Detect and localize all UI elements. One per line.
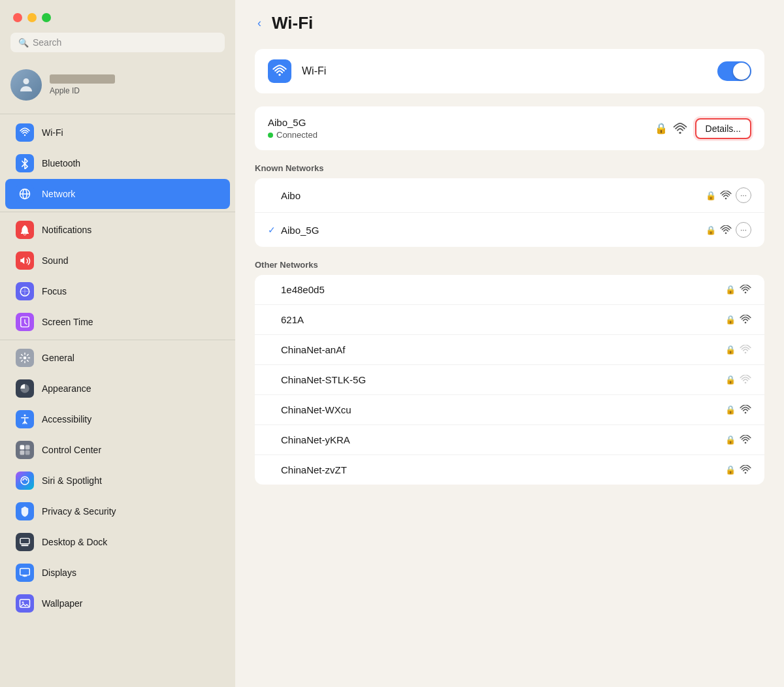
status-dot [268,133,273,138]
svg-rect-12 [20,538,29,543]
page-header: ‹ Wi-Fi [255,13,764,33]
network-row-name: Aibo [281,190,706,201]
sidebar-item-siri[interactable]: Siri & Spotlight [5,466,230,496]
svg-point-18 [679,131,681,133]
apple-id-info: Apple ID [50,74,115,95]
known-network-row[interactable]: ✓ Aibo_5G 🔒 ··· [255,213,764,247]
main-content: ‹ Wi-Fi Wi-Fi Aibo_5G Connected [235,0,784,687]
network-row-name: ChinaNet-STLK-5G [281,374,725,385]
sidebar-item-label-appearance: Appearance [42,383,91,394]
lock-icon: 🔒 [725,285,736,295]
sidebar-item-label-controlcenter: Control Center [42,445,101,455]
lock-icon: 🔒 [706,191,716,200]
sidebar-item-sound[interactable]: Sound [5,246,230,276]
sidebar-item-wifi[interactable]: Wi-Fi [5,118,230,148]
sidebar-item-label-privacy: Privacy & Security [42,506,116,517]
wifi-toggle[interactable] [717,61,751,81]
svg-rect-8 [25,445,30,450]
network-row-name: 1e48e0d5 [281,284,725,295]
maximize-button[interactable] [42,13,51,22]
close-button[interactable] [13,13,22,22]
sidebar-items: Wi-Fi Bluetooth Network Notifications So… [0,117,235,619]
sidebar-item-label-notifications: Notifications [42,225,91,235]
sidebar-item-wallpaper[interactable]: Wallpaper [5,588,230,618]
avatar [10,69,42,101]
checkmark-1: ✓ [268,225,281,235]
lock-icon: 🔒 [725,375,736,385]
details-button[interactable]: Details... [695,118,751,139]
sidebar-item-displays[interactable]: Displays [5,558,230,588]
network-row-icons: 🔒 [725,345,751,355]
wifi-icon [720,191,732,200]
wifi-icon [720,225,732,235]
svg-point-27 [745,472,747,474]
svg-point-20 [725,232,727,234]
other-network-row[interactable]: ChinaNet-anAf 🔒 [255,335,764,365]
sidebar-item-bluetooth[interactable]: Bluetooth [5,148,230,178]
lock-icon: 🔒 [725,315,736,325]
svg-point-6 [24,415,26,417]
svg-point-11 [21,477,29,485]
other-networks-list: 1e48e0d5 🔒 621A 🔒 ChinaNet-anAf [255,275,764,485]
search-icon: 🔍 [18,38,29,48]
page-title: Wi-Fi [272,13,313,33]
other-network-row[interactable]: 621A 🔒 [255,305,764,335]
desktopdock-icon [16,533,34,551]
sidebar-item-screentime[interactable]: Screen Time [5,307,230,337]
sidebar-item-general[interactable]: General [5,343,230,373]
lock-icon: 🔒 [725,345,736,355]
sidebar-item-label-siri: Siri & Spotlight [42,475,102,486]
other-network-row[interactable]: ChinaNet-WXcu 🔒 [255,395,764,425]
svg-point-0 [24,135,25,136]
sidebar-item-privacy[interactable]: Privacy & Security [5,496,230,526]
apple-id-name-blurred [50,74,115,84]
sidebar-item-label-accessibility: Accessibility [42,414,91,424]
svg-point-26 [745,442,747,444]
sidebar-item-label-general: General [42,353,74,363]
other-networks-title: Other Networks [255,260,764,270]
sidebar-item-notifications[interactable]: Notifications [5,215,230,245]
network-icon [16,185,34,203]
other-network-row[interactable]: ChinaNet-yKRA 🔒 [255,425,764,455]
network-row-icons: 🔒 [725,375,751,385]
other-network-row[interactable]: 1e48e0d5 🔒 [255,275,764,305]
apple-id-section[interactable]: Apple ID [0,63,235,111]
minimize-button[interactable] [27,13,37,22]
divider-after-apple-id [0,114,235,114]
wifi-icon [740,345,751,355]
known-networks-title: Known Networks [255,163,764,173]
wifi-icon [740,285,751,295]
lock-icon: 🔒 [706,225,716,235]
sidebar-item-accessibility[interactable]: Accessibility [5,404,230,434]
other-network-row[interactable]: ChinaNet-zvZT 🔒 [255,455,764,485]
known-network-row[interactable]: Aibo 🔒 ··· [255,178,764,213]
known-networks-list: Aibo 🔒 ··· ✓ Aibo_5G 🔒 ··· [255,178,764,247]
divider-media [0,212,235,212]
sidebar-item-appearance[interactable]: Appearance [5,374,230,404]
back-button[interactable]: ‹ [255,14,264,33]
sidebar-item-focus[interactable]: Focus [5,276,230,306]
svg-rect-9 [20,451,25,455]
sidebar-item-label-focus: Focus [42,286,67,296]
sound-icon [16,251,34,270]
other-network-row[interactable]: ChinaNet-STLK-5G 🔒 [255,365,764,395]
sidebar: 🔍 Search Apple ID Wi-Fi Bluetooth Networ… [0,0,235,687]
sidebar-item-network[interactable]: Network [5,179,230,209]
lock-icon: 🔒 [725,465,736,475]
more-button[interactable]: ··· [736,222,751,238]
accessibility-icon [16,410,34,428]
sidebar-item-label-network: Network [42,189,75,199]
bluetooth-icon [16,154,34,172]
connected-network-section: Aibo_5G Connected 🔒 Details... [255,106,764,150]
svg-rect-7 [20,445,25,450]
wifi-signal-icon [673,123,687,135]
controlcenter-icon [16,441,34,459]
toggle-knob [733,63,750,80]
focus-icon [16,282,34,300]
network-row-name: ChinaNet-yKRA [281,434,725,445]
more-button[interactable]: ··· [736,187,751,203]
sidebar-item-controlcenter[interactable]: Control Center [5,435,230,465]
sidebar-item-desktopdock[interactable]: Desktop & Dock [5,527,230,557]
search-bar[interactable]: 🔍 Search [10,33,225,52]
sidebar-item-label-desktopdock: Desktop & Dock [42,537,107,547]
